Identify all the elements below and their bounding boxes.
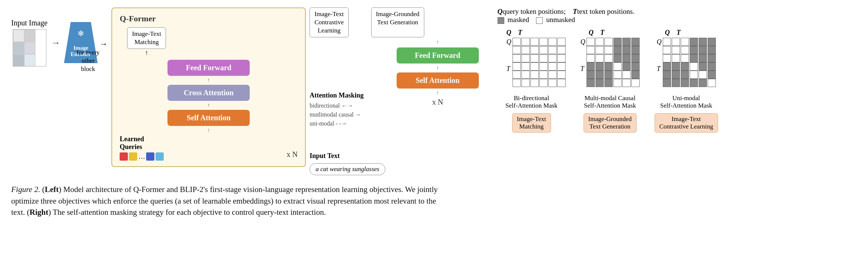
cell <box>690 62 698 71</box>
cell <box>708 46 716 54</box>
q-col-header-1: Q T Q T <box>507 29 566 91</box>
masking-plus-right-col: Attention Masking bidirectional ←→ mutli… <box>310 39 478 175</box>
cell <box>622 54 631 62</box>
t-label-2: T <box>600 29 604 37</box>
cell <box>631 71 640 79</box>
mask-diagram-bidirectional: Q T Q T <box>498 29 566 133</box>
cell <box>539 62 548 71</box>
cell <box>521 71 530 79</box>
cell <box>604 54 613 62</box>
second-col-inner: ↑ Feed Forward ↑ Self Attention ↑ x N <box>397 39 479 106</box>
cell <box>548 46 557 54</box>
cell <box>548 79 557 87</box>
self-attention-block: Self Attention <box>167 110 250 126</box>
cell <box>548 62 557 71</box>
cell <box>557 38 566 46</box>
cat-tile <box>13 30 24 42</box>
figure-num: Figure 2. <box>11 185 40 194</box>
cross-attention-block: Cross Attention <box>167 85 250 101</box>
cat-tile <box>24 54 36 66</box>
legend-q: Q <box>498 7 503 15</box>
mask-name-1: Bi-directionalSelf-Attention Mask <box>505 95 557 109</box>
mask-task-3: Image-TextContrastive Learning <box>655 113 718 133</box>
input-text-area: Input Text a cat wearing sunglasses <box>310 151 385 175</box>
cell <box>521 38 530 46</box>
cell <box>681 54 689 62</box>
grid-row <box>587 54 640 62</box>
cell <box>539 46 548 54</box>
cell <box>521 62 530 71</box>
input-text-label: Input Text <box>310 152 340 160</box>
grid-row <box>663 46 716 54</box>
cell <box>587 79 595 87</box>
itm-connector: Image-TextMatching ↑ <box>127 27 166 57</box>
cell <box>613 79 622 87</box>
cell <box>595 54 604 62</box>
cell <box>539 79 548 87</box>
masked-swatch <box>498 17 504 24</box>
grid-row <box>663 38 716 46</box>
cell <box>699 46 707 54</box>
cell <box>681 38 689 46</box>
cell <box>595 79 604 87</box>
left-label: Left <box>45 185 59 194</box>
unmasked-swatch <box>536 17 543 24</box>
cell <box>672 54 680 62</box>
cat-tile <box>13 42 24 54</box>
cell <box>699 71 707 79</box>
masking-line-3: uni-modal - -→ <box>310 119 385 128</box>
masked-label: masked <box>507 16 529 24</box>
grid-row <box>587 71 640 79</box>
mask-grid-area-1: Q T Q T <box>498 29 566 91</box>
t-label-3: T <box>677 29 681 37</box>
cell <box>587 71 595 79</box>
cell <box>595 62 604 71</box>
cell <box>681 46 689 54</box>
cell <box>663 46 671 54</box>
cell <box>557 46 566 54</box>
cell <box>613 62 622 71</box>
t-row-label-3: T <box>657 65 662 73</box>
cell <box>631 54 640 62</box>
cell <box>672 38 680 46</box>
cell <box>622 79 631 87</box>
cell <box>513 38 521 46</box>
row-labels-2: Q T <box>581 38 585 91</box>
cell <box>622 62 631 71</box>
cell <box>708 62 716 71</box>
mask-grid-area-3: Q T Q T <box>657 29 716 91</box>
cell <box>530 38 539 46</box>
cell <box>699 54 707 62</box>
cell <box>663 62 671 71</box>
grid-row <box>513 46 566 54</box>
query-ellipsis: … <box>138 152 145 161</box>
grid-row <box>513 38 566 46</box>
cell <box>622 71 631 79</box>
cell <box>708 38 716 46</box>
right-label: Right <box>30 208 48 217</box>
cell <box>530 79 539 87</box>
grid-row <box>663 79 716 87</box>
attention-masking-label: Attention Masking <box>310 92 385 99</box>
itcl-igtg-row: Image-TextContrastiveLearning Image-Grou… <box>310 7 478 37</box>
cell <box>622 38 631 46</box>
mask-section: Qquery token positions; Ttext token posi… <box>498 7 718 133</box>
mask-task-2: Image-GroundedText Generation <box>584 113 637 133</box>
unmasked-label: unmasked <box>546 16 575 24</box>
cat-tile <box>13 54 24 66</box>
cell <box>557 71 566 79</box>
cell <box>587 46 595 54</box>
grid-row <box>587 62 640 71</box>
cell <box>513 62 521 71</box>
grid-row <box>513 71 566 79</box>
grid-row <box>587 79 640 87</box>
cell <box>613 54 622 62</box>
cell <box>548 54 557 62</box>
learned-queries-area: LearnedQueries … <box>120 135 164 161</box>
cell <box>631 62 640 71</box>
cell <box>548 71 557 79</box>
query-token-yellow <box>129 152 137 161</box>
cell <box>530 71 539 79</box>
cell <box>513 54 521 62</box>
cell <box>521 46 530 54</box>
